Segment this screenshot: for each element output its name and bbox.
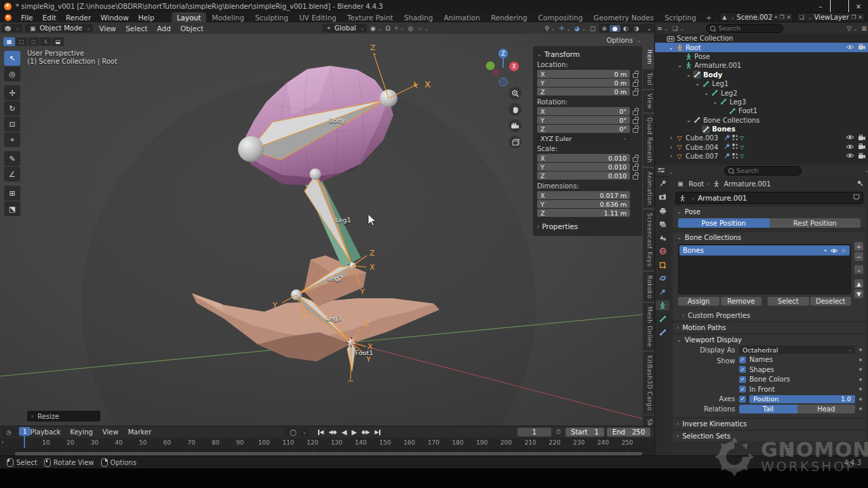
xray-toggle-icon[interactable]: ▢ [588,25,598,32]
outliner-row-bones[interactable]: Bones [655,125,868,134]
measure-tool[interactable]: ∠ [4,167,20,182]
vertex-groups-icon[interactable] [732,152,738,161]
outliner-row-scene-collection[interactable]: Scene Collection [655,34,868,43]
viewport-menu-item[interactable]: Object [176,24,208,33]
inverse-kinematics-header[interactable]: ›Inverse Kinematics [673,419,866,429]
expander-open-icon[interactable]: ⌄ [685,117,692,123]
display-as-dropdown[interactable]: Octahedral⌄ [739,346,855,354]
workspace-tab[interactable]: Scripting [659,12,702,22]
copy-viewlayer-icon[interactable]: ❐ [851,14,856,20]
tab-bone[interactable] [656,314,669,324]
stopwatch-icon[interactable]: ⏱ [554,428,563,436]
tab-object-data[interactable] [656,300,669,310]
expander-open-icon[interactable]: ⌄ [694,81,701,87]
sidebar-tab[interactable]: KitBash3D Cargo [643,352,654,414]
checkbox-checked-icon[interactable]: ✓ [739,386,746,392]
lock-icon[interactable] [633,82,638,87]
play-reverse-button[interactable]: ◀ [340,428,349,436]
sidebar-tab[interactable]: Animation [643,168,654,208]
playhead[interactable]: 1 [19,427,31,436]
sidebar-tab[interactable]: Tool [643,69,654,89]
properties-search-input[interactable] [736,167,797,174]
mesh-data-icon[interactable]: ▽ [740,153,744,159]
timeline-ruler[interactable]: 1020304050607080901001101201301401501601… [0,438,654,448]
outliner-search-input[interactable] [718,24,779,32]
ortho-toggle-icon[interactable] [509,136,521,148]
add-workspace-button[interactable]: + [702,14,716,22]
expander-open-icon[interactable]: ⌄ [711,99,719,105]
box-select-button[interactable]: ⬚ [16,37,27,46]
orientation-selector[interactable]: ⌖ Global⌄ [322,24,367,33]
deselect-button[interactable]: Deselect [810,297,852,306]
zoom-icon[interactable] [509,87,521,100]
workspace-tab[interactable]: Layout [172,12,207,22]
outliner-display-mode-icon[interactable]: ❏⌄ [670,25,686,32]
viewport-options-button[interactable]: Options⌄ [607,37,641,44]
scale-y-field[interactable]: Y0.010 [537,163,630,171]
timeline-menu-item[interactable]: Marker [123,428,157,436]
tab-physics[interactable] [656,273,669,283]
lock-icon[interactable] [633,166,638,171]
selection-sets-header[interactable]: ›Selection Sets [673,431,866,441]
snap-with-selector[interactable]: ⌗⌄ [393,24,406,32]
expander-closed-icon[interactable]: › [667,153,675,159]
expander-open-icon[interactable]: ⌄ [676,62,684,68]
rendered-shading-icon[interactable]: ◑ [631,25,642,32]
copy-scene-icon[interactable]: ❐ [780,14,785,20]
properties-search[interactable] [724,166,802,176]
checkbox-checked-icon[interactable]: ✓ [739,376,746,383]
custom-properties-subpanel[interactable]: ›Custom Properties [673,310,866,323]
outliner-row-cube-004[interactable]: ›▽Cube.004▽ [655,143,868,152]
play-button[interactable]: ▶ [349,428,359,436]
motion-paths-header[interactable]: ›Motion Paths [673,323,866,333]
interactive-add-tool[interactable]: ⬔ [4,201,20,216]
add-collection-button[interactable]: + [854,242,863,251]
tab-constraints[interactable] [656,287,669,297]
remove-collection-button[interactable]: − [854,252,863,261]
sidebar-tab[interactable]: Sketchfab [643,415,654,426]
axes-position-slider[interactable]: Position1.0 [749,395,855,403]
sidebar-tab[interactable]: Quad Remesh [643,114,654,166]
next-keyframe-button[interactable]: ◆▶ [359,429,372,435]
tab-tool[interactable] [656,178,669,188]
hide-viewport-eye-icon[interactable] [846,44,854,52]
rotate-tool[interactable]: ↻ [4,101,20,116]
move-tool[interactable]: ✢ [4,85,20,100]
proportional-editing-icon[interactable]: ◎ [406,25,416,32]
lock-icon[interactable] [633,175,638,180]
decorator-dot[interactable] [859,348,862,351]
viewlayer-selector[interactable]: ❏⌄ ViewLayer ❐ × [796,12,865,22]
lock-icon[interactable] [633,73,638,78]
pin-id-icon[interactable] [856,180,863,188]
collection-specials-button[interactable]: ⌄ [854,265,863,274]
rotation-z-field[interactable]: Z0° [537,125,630,133]
minimize-button[interactable]: – [811,0,830,12]
pose-position-button[interactable]: Pose Position [678,218,770,228]
current-frame-field[interactable]: 1 [517,428,551,436]
frame-start-field[interactable]: Start1 [566,428,604,436]
mesh-data-icon[interactable]: ▽ [740,144,744,150]
disable-render-camera-icon[interactable] [858,43,866,52]
workspace-tab[interactable]: Geometry Nodes [588,12,659,22]
timeline-menu-item[interactable]: Keying [65,428,98,436]
vertex-groups-icon[interactable] [732,134,738,142]
tab-render[interactable] [656,192,669,202]
lock-icon[interactable] [633,91,638,96]
lock-icon[interactable] [633,119,638,124]
visibility-eye-icon[interactable] [830,248,838,253]
modifier-wrench-icon[interactable] [724,143,730,151]
workspace-tab[interactable]: Compositing [533,12,589,22]
breadcrumb-data[interactable]: Armature.001 [724,180,770,188]
outliner-search[interactable] [706,24,783,33]
prev-keyframe-button[interactable]: ◀◆ [326,429,338,435]
tab-view-layer[interactable] [656,219,669,229]
axes-checkbox[interactable]: ✓ [739,396,746,403]
lock-icon[interactable] [633,110,638,115]
star-icon[interactable]: ☆ [841,247,846,254]
pivot-point-icon[interactable]: ◉⌄ [368,25,384,32]
camera-view-icon[interactable] [509,119,521,132]
solid-shading-icon[interactable]: ● [610,25,620,32]
outliner-row-leg3[interactable]: ⌄Leg3 [655,98,868,106]
checkbox-checked-icon[interactable]: ✓ [739,366,746,373]
outliner-row-cube-007[interactable]: ›▽Cube.007▽ [655,152,868,161]
